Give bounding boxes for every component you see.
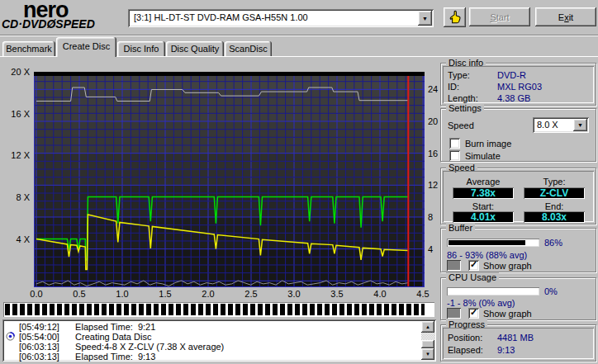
start-button[interactable]: Start [469, 7, 530, 26]
x-axis-tick: 2.0 [196, 289, 221, 299]
settings-groupbox: Settings Speed 8.0 X ▼ Burn image Simula… [440, 108, 596, 162]
log-line: [05:49:12] Elapsed Time: 9:21 [6, 322, 155, 332]
burn-progress-bar [3, 302, 434, 317]
log-line: [06:03:13] Speed:4-8 X Z-CLV (7.38 X ave… [6, 342, 224, 352]
right-axis-tick: 12 [428, 180, 438, 190]
buffer-range: 86 - 93% (88% avg) [447, 250, 527, 260]
buffer-percent: 86% [544, 238, 562, 248]
speed-start-value: 4.01x [453, 211, 514, 223]
cpu-meter [447, 287, 539, 295]
drive-selector-dropdown-arrow[interactable]: ▼ [418, 11, 432, 26]
progress-position-value: 4481 MB [497, 333, 534, 343]
scrollbar-thumb[interactable] [421, 340, 434, 348]
buffer-show-graph-checkbox[interactable] [468, 260, 479, 271]
disc-length-label: Length: [448, 93, 478, 103]
buffer-meter [447, 239, 539, 247]
log-line: [05:54:00] Creating Data Disc [6, 332, 151, 342]
x-axis-tick: 1.5 [153, 289, 178, 299]
tab-scandisc[interactable]: ScanDisc [225, 41, 272, 57]
drive-selector-combobox[interactable]: [3:1] HL-DT-ST DVD-RAM GSA-H55N 1.00 ▼ [128, 9, 434, 27]
status-log: [05:49:12] Elapsed Time: 9:21[05:54:00] … [2, 319, 436, 362]
x-axis-tick: 1.0 [110, 289, 135, 299]
burn-image-label: Burn image [465, 139, 511, 149]
x-axis-tick: 3.5 [325, 289, 349, 299]
speed-start-label: Start: [453, 201, 514, 211]
speed-type-label: Type: [524, 177, 585, 187]
log-scrollbar[interactable]: ▲ ▼ [421, 321, 434, 360]
left-axis-tick: 4 X [0, 234, 30, 244]
buffer-show-graph-label: Show graph [483, 261, 532, 271]
burn-image-checkbox[interactable] [449, 138, 460, 149]
log-line: [06:03:13] Elapsed Time: 9:13 [6, 352, 155, 362]
disc-type-value: DVD-R [497, 70, 526, 80]
right-axis-tick: 16 [428, 149, 438, 158]
x-axis-tick: 3.0 [282, 289, 306, 299]
right-axis-tick: 24 [428, 84, 438, 94]
disc-type-label: Type: [448, 70, 470, 80]
x-axis-tick: 0.0 [24, 289, 49, 299]
exit-button[interactable]: Exit [535, 7, 596, 26]
hand-cursor-icon [448, 10, 463, 25]
left-axis-tick: 20 X [0, 67, 30, 77]
right-axis-tick: 4 [428, 244, 433, 254]
x-axis-tick: 2.5 [239, 289, 263, 299]
buffer-graph-color-swatch[interactable] [447, 260, 461, 271]
right-axis-tick: 8 [428, 212, 433, 222]
speed-type-value: Z-CLV [524, 187, 585, 199]
speed-end-value: 8.03x [524, 211, 585, 223]
speed-select-label: Speed [448, 121, 474, 130]
buffer-title: Buffer [446, 223, 475, 233]
speed-average-value: 7.38x [453, 187, 514, 199]
progress-elapsed-value: 9:13 [497, 345, 515, 355]
speed-average-label: Average [453, 177, 514, 187]
speed-select-dropdown-arrow[interactable]: ▼ [573, 119, 587, 131]
burn-progress-fill [5, 304, 425, 315]
left-axis-tick: 16 X [0, 109, 30, 119]
drive-selector-value: [3:1] HL-DT-ST DVD-RAM GSA-H55N 1.00 [134, 12, 308, 22]
cpu-graph-color-swatch[interactable] [447, 308, 461, 319]
nero-cd-dvd-speed-window: { "titlebar": { "logo_line1": "nero", "l… [0, 0, 598, 364]
speed-select-combobox[interactable]: 8.0 X ▼ [533, 117, 589, 133]
burn-status-icon [6, 332, 15, 341]
cpu-title: CPU Usage [446, 272, 499, 282]
simulate-checkbox[interactable] [449, 150, 460, 161]
x-axis-tick: 4.5 [411, 289, 435, 299]
toolbar: nero CD·DVDØSPEED [3:1] HL-DT-ST DVD-RAM… [0, 0, 598, 35]
settings-title: Settings [446, 103, 484, 113]
disc-id-label: ID: [448, 82, 459, 92]
tab-disc-info[interactable]: Disc Info [117, 41, 165, 57]
cpu-show-graph-label: Show graph [483, 309, 532, 319]
cpu-show-graph-checkbox[interactable] [468, 308, 479, 319]
disc-id-value: MXL RG03 [497, 82, 542, 92]
tab-disc-quality[interactable]: Disc Quality [166, 41, 224, 57]
tab-create-disc[interactable]: Create Disc [56, 37, 116, 57]
x-axis-tick: 4.0 [368, 289, 392, 299]
progress-groupbox: Progress Position: 4481 MB Elapsed: 9:13 [440, 324, 596, 362]
cpu-groupbox: CPU Usage 0% -1 - 8% (0% avg) Show graph [440, 277, 596, 320]
toolbar-divider [0, 35, 598, 36]
disc-info-groupbox: Disc info Type: DVD-R ID: MXL RG03 Lengt… [440, 63, 596, 106]
tab-benchmark[interactable]: Benchmark [2, 41, 55, 57]
write-speed-chart [34, 72, 425, 287]
x-axis-tick: 0.5 [67, 289, 92, 299]
left-axis-tick: 8 X [0, 192, 30, 202]
right-axis-tick: 20 [428, 116, 438, 126]
simulate-label: Simulate [465, 151, 501, 161]
left-axis-tick: 12 X [0, 150, 30, 160]
tab-strip: BenchmarkCreate DiscDisc InfoDisc Qualit… [0, 37, 598, 57]
speed-select-value: 8.0 X [537, 120, 558, 130]
cd-dvd-speed-logo: CD·DVDØSPEED [2, 17, 95, 31]
buffer-groupbox: Buffer 86% 86 - 93% (88% avg) Show graph [440, 228, 596, 272]
progress-position-label: Position: [448, 333, 482, 343]
eject-hand-button[interactable] [444, 7, 466, 27]
buffer-meter-fill [448, 240, 525, 245]
speed-groupbox: Speed Average Type: 7.38x Z-CLV Start: E… [440, 168, 596, 225]
progress-elapsed-label: Elapsed: [448, 345, 483, 355]
disc-length-value: 4.38 GB [497, 93, 530, 103]
cpu-range: -1 - 8% (0% avg) [447, 298, 515, 308]
scroll-up-button[interactable]: ▲ [421, 321, 434, 333]
speed-end-label: End: [524, 201, 585, 211]
cpu-percent: 0% [544, 286, 558, 296]
scroll-down-button[interactable]: ▼ [421, 348, 434, 360]
